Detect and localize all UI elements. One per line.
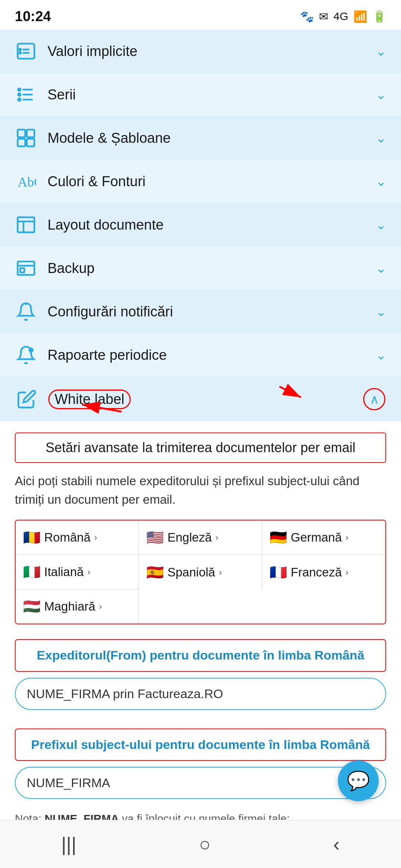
- svg-rect-14: [27, 139, 34, 146]
- status-time: 10:24: [15, 9, 51, 24]
- network-type: 4G: [333, 10, 348, 23]
- expeditor-label: Expeditorul(From) pentru documente în li…: [37, 648, 364, 662]
- rapoarte-periodice-chevron: ⌄: [376, 348, 386, 362]
- label-franceza: Franceză: [291, 565, 342, 579]
- settings-menu: Valori implicite ⌄ Serii ⌄ Modele & Șabl…: [0, 30, 401, 421]
- menu-item-white-label[interactable]: White label ∧: [0, 377, 401, 421]
- layout-documente-chevron: ⌄: [376, 217, 386, 232]
- svg-point-8: [18, 88, 21, 91]
- menu-item-valori-implicite[interactable]: Valori implicite ⌄: [0, 30, 401, 73]
- flag-germana: 🇩🇪: [270, 529, 287, 546]
- menu-item-layout-documente[interactable]: Layout documente ⌄: [0, 203, 401, 247]
- configurari-notificari-chevron: ⌄: [376, 304, 386, 319]
- chevron-romana: ›: [94, 532, 97, 543]
- backup-icon: [15, 257, 37, 279]
- chevron-engleza: ›: [215, 532, 218, 543]
- section-title-box: Setări avansate la trimiterea documentel…: [15, 433, 386, 463]
- label-maghiara: Maghiară: [44, 599, 95, 614]
- valori-implicite-icon: [15, 40, 37, 62]
- label-engleza: Engleză: [167, 530, 212, 545]
- prefix-label: Prefixul subject-ului pentru documente î…: [31, 737, 370, 752]
- tracking-icon: 🐾: [300, 10, 314, 23]
- lang-italiana[interactable]: 🇮🇹 Italiană ›: [16, 555, 139, 589]
- svg-rect-21: [20, 268, 24, 272]
- svg-point-9: [18, 93, 21, 96]
- rapoarte-periodice-label: Rapoarte periodice: [48, 347, 167, 363]
- menu-item-backup[interactable]: Backup ⌄: [0, 247, 401, 290]
- lang-maghiara[interactable]: 🇭🇺 Maghiară ›: [16, 589, 139, 624]
- menu-item-modele-sabloane[interactable]: Modele & Șabloane ⌄: [0, 116, 401, 160]
- svg-point-10: [18, 98, 21, 101]
- rapoarte-periodice-icon: [15, 344, 37, 366]
- nav-back-button[interactable]: ‹: [319, 829, 355, 859]
- flag-franceza: 🇫🇷: [270, 564, 287, 581]
- lang-engleza[interactable]: 🇺🇸 Engleză ›: [139, 520, 262, 555]
- lang-germana[interactable]: 🇩🇪 Germană ›: [262, 520, 385, 555]
- svg-rect-12: [27, 130, 34, 137]
- culori-fonturi-icon: AbC: [15, 170, 37, 193]
- nav-home-button[interactable]: ○: [184, 829, 225, 859]
- message-icon: ✉: [319, 10, 328, 23]
- prefix-label-box: Prefixul subject-ului pentru documente î…: [15, 729, 386, 761]
- chevron-maghiara: ›: [99, 601, 102, 612]
- menu-item-serii[interactable]: Serii ⌄: [0, 73, 401, 116]
- svg-rect-13: [18, 139, 25, 146]
- valori-implicite-chevron: ⌄: [376, 44, 386, 59]
- language-grid-container: 🇷🇴 Română › 🇺🇸 Engleză › 🇩🇪 Germană › 🇮🇹…: [15, 520, 386, 624]
- signal-icon: 📶: [353, 10, 367, 23]
- chevron-spaniola: ›: [219, 567, 222, 578]
- svg-point-23: [29, 348, 34, 353]
- label-spaniola: Spaniolă: [167, 565, 215, 579]
- status-icons: 🐾 ✉ 4G 📶 🔋: [300, 10, 386, 23]
- modele-sabloane-icon: [15, 127, 37, 149]
- svg-rect-16: [18, 217, 35, 233]
- chevron-italiana: ›: [87, 567, 90, 577]
- modele-sabloane-label: Modele & Șabloane: [48, 130, 171, 146]
- valori-implicite-label: Valori implicite: [48, 43, 137, 59]
- flag-maghiara: 🇭🇺: [23, 598, 40, 615]
- status-bar: 10:24 🐾 ✉ 4G 📶 🔋: [0, 0, 401, 30]
- serii-label: Serii: [48, 87, 76, 103]
- chat-icon: 💬: [347, 770, 370, 792]
- configurari-notificari-label: Configurări notificări: [48, 304, 173, 320]
- lang-franceza[interactable]: 🇫🇷 Franceză ›: [262, 555, 385, 589]
- svg-text:AbC: AbC: [18, 175, 36, 190]
- description-text: Aici poți stabili numele expeditorului ș…: [11, 472, 390, 509]
- flag-romana: 🇷🇴: [23, 529, 40, 546]
- menu-item-configurari-notificari[interactable]: Configurări notificări ⌄: [0, 290, 401, 333]
- flag-italiana: 🇮🇹: [23, 564, 40, 580]
- menu-item-culori-fonturi[interactable]: AbC Culori & Fonturi ⌄: [0, 160, 401, 203]
- white-label-icon: [16, 388, 38, 410]
- expeditor-input[interactable]: [15, 678, 386, 710]
- flag-spaniola: 🇪🇸: [146, 564, 164, 581]
- language-grid: 🇷🇴 Română › 🇺🇸 Engleză › 🇩🇪 Germană › 🇮🇹…: [16, 520, 385, 624]
- layout-documente-icon: [15, 214, 37, 236]
- expeditor-label-box: Expeditorul(From) pentru documente în li…: [15, 639, 386, 672]
- lang-spaniola[interactable]: 🇪🇸 Spaniolă ›: [139, 555, 262, 589]
- svg-point-3: [19, 49, 21, 50]
- culori-fonturi-chevron: ⌄: [376, 174, 386, 189]
- backup-chevron: ⌄: [376, 261, 386, 276]
- configurari-notificari-icon: [15, 300, 37, 323]
- backup-label: Backup: [48, 260, 95, 276]
- battery-icon: 🔋: [372, 10, 386, 23]
- prefix-input[interactable]: [15, 767, 386, 799]
- svg-rect-11: [18, 130, 25, 137]
- section-title: Setări avansate la trimiterea documentel…: [46, 440, 355, 455]
- chevron-franceza: ›: [346, 567, 349, 578]
- content-area: Setări avansate la trimiterea documentel…: [0, 433, 401, 868]
- label-germana: Germană: [291, 530, 342, 545]
- culori-fonturi-label: Culori & Fonturi: [48, 174, 146, 190]
- label-italiana: Italiană: [44, 565, 84, 579]
- chat-fab[interactable]: 💬: [338, 760, 379, 801]
- serii-icon: [15, 83, 37, 106]
- layout-documente-label: Layout documente: [48, 217, 164, 233]
- menu-item-rapoarte-periodice[interactable]: Rapoarte periodice ⌄: [0, 333, 401, 377]
- lang-romana[interactable]: 🇷🇴 Română ›: [16, 520, 139, 555]
- nav-menu-button[interactable]: |||: [46, 829, 91, 859]
- label-romana: Română: [44, 530, 91, 545]
- white-label-label: White label: [48, 389, 131, 409]
- modele-sabloane-chevron: ⌄: [376, 131, 386, 145]
- serii-chevron: ⌄: [376, 87, 386, 102]
- flag-engleza: 🇺🇸: [146, 529, 164, 546]
